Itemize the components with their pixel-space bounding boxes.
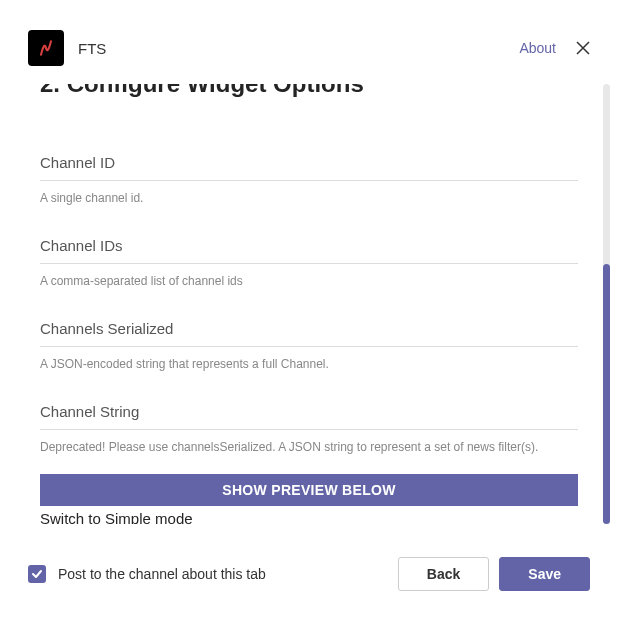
fts-logo-icon xyxy=(36,38,56,58)
switch-mode-link[interactable]: Switch to Simple mode xyxy=(40,510,193,524)
field-channel-ids: Channel IDs A comma-separated list of ch… xyxy=(40,237,578,290)
close-button[interactable] xyxy=(576,41,590,55)
section-title: 2. Configure Widget Options xyxy=(40,84,578,106)
app-icon xyxy=(28,30,64,66)
field-label: Channel ID xyxy=(40,154,578,171)
save-button[interactable]: Save xyxy=(499,557,590,591)
field-description: A JSON-encoded string that represents a … xyxy=(40,355,578,373)
scroll-content: 2. Configure Widget Options Channel ID A… xyxy=(0,84,618,524)
about-link[interactable]: About xyxy=(519,40,556,56)
dialog-footer: Post to the channel about this tab Back … xyxy=(0,533,618,625)
field-label: Channels Serialized xyxy=(40,320,578,337)
field-channel-string: Channel String Deprecated! Please use ch… xyxy=(40,403,578,456)
footer-buttons: Back Save xyxy=(398,557,590,591)
content-area: 2. Configure Widget Options Channel ID A… xyxy=(0,84,618,524)
back-button[interactable]: Back xyxy=(398,557,489,591)
app-title: FTS xyxy=(78,40,519,57)
field-description: Deprecated! Please use channelsSerialize… xyxy=(40,438,578,456)
field-channels-serialized: Channels Serialized A JSON-encoded strin… xyxy=(40,320,578,373)
checkbox-label: Post to the channel about this tab xyxy=(58,566,266,582)
field-description: A comma-separated list of channel ids xyxy=(40,272,578,290)
field-channel-ids-input[interactable] xyxy=(40,256,578,264)
field-channel-id-input[interactable] xyxy=(40,173,578,181)
field-channel-string-input[interactable] xyxy=(40,422,578,430)
dialog-header: FTS About xyxy=(0,0,618,84)
show-preview-button[interactable]: SHOW PREVIEW BELOW xyxy=(40,474,578,506)
field-channel-id: Channel ID A single channel id. xyxy=(40,154,578,207)
field-label: Channel IDs xyxy=(40,237,578,254)
post-to-channel-checkbox[interactable] xyxy=(28,565,46,583)
checkmark-icon xyxy=(31,568,43,580)
close-icon xyxy=(576,41,590,55)
checkbox-wrapper: Post to the channel about this tab xyxy=(28,565,398,583)
field-channels-serialized-input[interactable] xyxy=(40,339,578,347)
scrollbar-thumb[interactable] xyxy=(603,264,610,524)
field-label: Channel String xyxy=(40,403,578,420)
field-description: A single channel id. xyxy=(40,189,578,207)
